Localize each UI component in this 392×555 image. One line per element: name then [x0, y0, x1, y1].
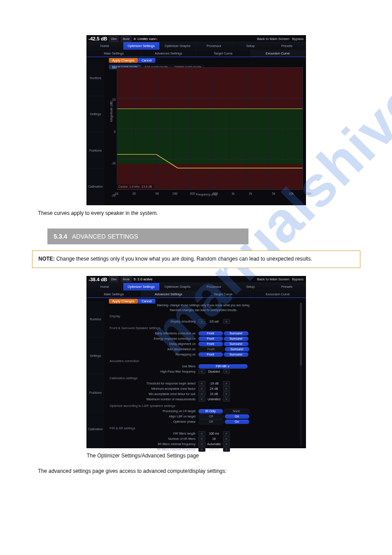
side-positions[interactable]: Positions	[87, 374, 104, 411]
pill-front[interactable]: Front	[198, 337, 223, 341]
nav-processor[interactable]: Processor	[196, 42, 233, 50]
chart-area[interactable]	[117, 67, 303, 190]
side-runtime[interactable]: Runtime	[87, 301, 104, 338]
pill-surround[interactable]: Surround	[224, 331, 248, 336]
step-down[interactable]: <	[198, 319, 205, 324]
step-up[interactable]: >	[223, 431, 230, 436]
pill-surround[interactable]: Surround	[225, 347, 249, 352]
step-down[interactable]: <	[198, 447, 205, 452]
dim-button[interactable]: Dim	[109, 36, 119, 42]
step-down[interactable]: <	[198, 397, 205, 402]
cursor-readout: Cursor: 1.0 kHz -13.0 dB	[117, 185, 154, 189]
step-down[interactable]: <	[198, 442, 205, 446]
bypass-link[interactable]: Bypass	[292, 277, 303, 281]
step-down[interactable]: <	[198, 431, 205, 436]
step-up[interactable]: >	[223, 369, 230, 374]
step-down[interactable]: <	[198, 436, 205, 441]
step-up[interactable]: >	[223, 381, 230, 386]
x-tick: 50	[155, 192, 159, 195]
pill-surround[interactable]: Surround	[224, 352, 248, 357]
back-link[interactable]: Back to Main Screen	[257, 37, 289, 41]
nav-optimizer-settings[interactable]: Optimizer Settings	[123, 283, 160, 290]
step-down[interactable]: <	[198, 381, 205, 386]
pill-on[interactable]: On	[225, 420, 249, 424]
tab-excursion-curve[interactable]: Excursion Curve	[251, 291, 306, 297]
bypass-link[interactable]: Bypass	[292, 37, 303, 41]
y-tick: 20	[111, 66, 116, 69]
pill-front[interactable]: Front	[198, 352, 223, 357]
side-runtime[interactable]: Runtime	[87, 60, 104, 96]
step-down[interactable]: <	[198, 369, 205, 374]
side-positions[interactable]: Positions	[87, 133, 104, 169]
section-front-surround: Front & Surround Speaker settings	[105, 324, 302, 331]
tab-advanced-settings[interactable]: Advanced Settings	[141, 291, 196, 297]
step-up[interactable]: >	[223, 442, 230, 446]
step-up[interactable]: >	[223, 397, 230, 402]
y-tick: -10	[111, 162, 116, 165]
tab-excursion-curve[interactable]: Excursion Curve	[251, 50, 306, 57]
x-tick: 2k	[249, 192, 252, 195]
main-nav: Home Optimizer Settings Optimizer Graphs…	[87, 283, 306, 290]
side-tabs: Runtime Settings Positions Calibration	[87, 60, 104, 205]
x-tick: 1k	[231, 192, 234, 195]
scrollbar-track[interactable]	[300, 303, 302, 446]
section-acoustics: Acoustics correction	[105, 357, 302, 364]
tab-main-settings[interactable]: Main Settings	[87, 50, 142, 57]
scrollbar-thumb[interactable]	[300, 303, 302, 366]
nav-setup[interactable]: Setup	[233, 283, 269, 290]
tab-main-settings[interactable]: Main Settings	[87, 291, 142, 297]
back-link[interactable]: Back to Main Screen	[257, 277, 289, 281]
step-up[interactable]: >	[223, 436, 230, 441]
tab-target-curve[interactable]: Target Curve	[196, 50, 251, 57]
nav-presets[interactable]: Presets	[269, 283, 306, 290]
x-tick: 10	[115, 192, 119, 195]
apply-button[interactable]: Apply Changes	[109, 58, 138, 63]
pill-off[interactable]: Off	[198, 414, 224, 419]
pill-ir-only[interactable]: IR Only	[198, 409, 223, 414]
dim-button[interactable]: Dim	[109, 276, 119, 282]
nav-optimizer-graphs[interactable]: Optimizer Graphs	[160, 42, 196, 50]
side-settings[interactable]: Settings	[87, 96, 104, 132]
pill-surround[interactable]: Surround	[224, 337, 248, 341]
pill-none[interactable]: None	[224, 409, 249, 414]
tab-advanced-settings[interactable]: Advanced Settings	[141, 50, 196, 57]
nav-home[interactable]: Home	[87, 42, 123, 50]
mute-button[interactable]: Mute	[121, 36, 132, 42]
pill-front[interactable]: Front	[198, 342, 223, 346]
step-down[interactable]: <	[198, 386, 205, 391]
lower-limit-line[interactable]	[117, 68, 302, 189]
nav-setup[interactable]: Setup	[233, 42, 269, 50]
pill-on[interactable]: On	[225, 414, 249, 419]
pill-front[interactable]: Front	[198, 347, 224, 352]
main-nav: Home Optimizer Settings Optimizer Graphs…	[87, 42, 306, 50]
value: 1/3 oct	[206, 319, 222, 323]
pill-off[interactable]: Off	[198, 419, 224, 424]
step-down[interactable]: <	[198, 392, 205, 396]
nav-presets[interactable]: Presets	[269, 42, 306, 50]
note-box: NOTE: Change these settings only if you …	[32, 250, 360, 268]
mute-button[interactable]: Mute	[121, 276, 132, 282]
step-up[interactable]: >	[223, 386, 230, 391]
step-up[interactable]: >	[223, 319, 230, 324]
x-tick: 20k	[306, 192, 311, 195]
warning-line-1: Warning: change those settings only if y…	[105, 303, 302, 308]
warning-line-2: Random changes can lead to unexpected re…	[105, 308, 302, 312]
tab-target-curve[interactable]: Target Curve	[196, 291, 251, 297]
section-title: ADVANCED SETTINGS	[72, 233, 138, 240]
value: 15 dB	[206, 392, 222, 396]
step-up[interactable]: >	[223, 392, 230, 396]
nav-optimizer-graphs[interactable]: Optimizer Graphs	[160, 283, 196, 290]
cancel-button[interactable]: Cancel	[138, 58, 155, 63]
nav-optimizer-settings[interactable]: Optimizer Settings	[123, 42, 160, 50]
nav-processor[interactable]: Processor	[196, 283, 233, 290]
side-calibration[interactable]: Calibration	[87, 169, 104, 205]
side-settings[interactable]: Settings	[87, 337, 104, 374]
nav-home[interactable]: Home	[87, 283, 123, 290]
sub-tabs: Main Settings Advanced Settings Target C…	[87, 290, 306, 298]
pill-surround[interactable]: Surround	[224, 342, 248, 346]
section-fir-iir: FIR & IIR settings	[105, 424, 302, 431]
step-up[interactable]: >	[223, 447, 230, 452]
use-filters-select[interactable]: FIR+IIR ∨	[198, 364, 248, 369]
side-calibration[interactable]: Calibration	[87, 411, 104, 448]
pill-front[interactable]: Front	[198, 331, 223, 336]
